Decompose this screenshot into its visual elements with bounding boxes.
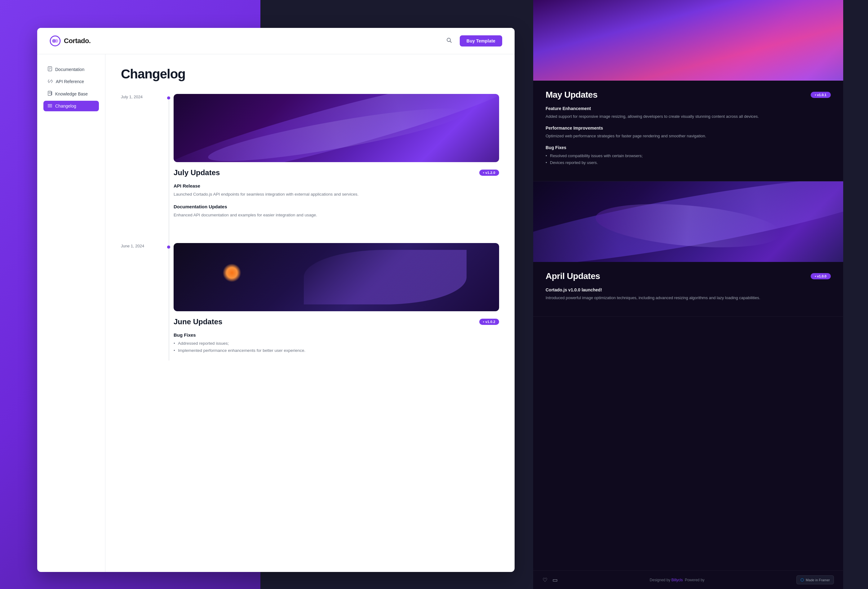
- july-image-visual: [174, 94, 499, 162]
- rp-footer-credit: Designed by Billycls Powered by: [650, 578, 705, 582]
- timeline-entry-july: July 1, 2024 July Updates • v1.2.0 API R…: [121, 94, 499, 224]
- svg-point-2: [55, 39, 58, 43]
- june-update-header: June Updates • v1.0.2: [174, 317, 499, 326]
- july-version-badge: • v1.2.0: [479, 170, 499, 176]
- header: Cortado. Buy Template: [37, 28, 515, 54]
- july-section-docs-title: Documentation Updates: [174, 204, 499, 209]
- rp-may-performance: Performance Improvements Optimized web p…: [546, 125, 831, 140]
- heart-icon[interactable]: ♡: [542, 577, 548, 583]
- list-item: Implemented performance enhancements for…: [174, 347, 499, 354]
- sidebar-item-changelog[interactable]: Changelog: [43, 101, 99, 111]
- rp-may-performance-title: Performance Improvements: [546, 125, 831, 130]
- sidebar-item-knowledge-base[interactable]: Knowledge Base: [43, 88, 99, 99]
- framer-label: Made in Framer: [806, 578, 830, 582]
- rp-image-top: [533, 0, 843, 81]
- timeline-entry-june: June 1, 2024 June Updates • v1.0.2 Bug F…: [121, 243, 499, 360]
- timeline-dot-july: [167, 96, 170, 99]
- changelog-timeline: July 1, 2024 July Updates • v1.2.0 API R…: [121, 94, 499, 360]
- timeline-date-july: July 1, 2024: [121, 93, 143, 99]
- sidebar-item-documentation[interactable]: Documentation: [43, 63, 99, 75]
- rp-may-bugs: Bug Fixes Resolved compatibility issues …: [546, 145, 831, 166]
- rp-april-version: • v1.0.0: [810, 273, 831, 279]
- june-update-title: June Updates: [174, 317, 222, 326]
- july-section-api-title: API Release: [174, 183, 499, 189]
- july-section-api: API Release Launched Cortado.js API endp…: [174, 183, 499, 198]
- main-window: Cortado. Buy Template: [37, 28, 515, 572]
- svg-line-9: [49, 80, 51, 82]
- rp-april-launch-title: Cortado.js v1.0.0 launched!: [546, 287, 831, 292]
- search-button[interactable]: [445, 36, 453, 46]
- rp-may-bugs-title: Bug Fixes: [546, 145, 831, 150]
- main-content: Changelog July 1, 2024 July Updates: [105, 54, 515, 572]
- sidebar-item-api-reference[interactable]: API Reference: [43, 76, 99, 87]
- framer-icon: ⬡: [800, 577, 804, 582]
- right-panel-inner: May Updates • v1.0.1 Feature Enhancement…: [533, 0, 843, 589]
- rp-april-launch-text: Introduced powerful image optimization t…: [546, 295, 831, 301]
- rp-may-feature-title: Feature Enhancement: [546, 106, 831, 111]
- right-panel: May Updates • v1.0.1 Feature Enhancement…: [533, 0, 843, 589]
- timeline-image-july: [174, 94, 499, 162]
- sidebar-knowledge-base-label: Knowledge Base: [55, 92, 88, 96]
- rp-may-performance-text: Optimized web performance strategies for…: [546, 133, 831, 140]
- header-right: Buy Template: [445, 35, 502, 46]
- rp-footer: ♡ ▭ Designed by Billycls Powered by ⬡ Ma…: [533, 570, 843, 589]
- sidebar-changelog-label: Changelog: [55, 103, 76, 108]
- youtube-icon[interactable]: ▭: [552, 577, 558, 583]
- rp-may-feature-text: Added support for responsive image resiz…: [546, 114, 831, 120]
- timeline-date-june: June 1, 2024: [121, 242, 144, 248]
- list-item: Resolved compatibility issues with certa…: [546, 152, 831, 159]
- body-layout: Documentation API Reference: [37, 54, 515, 572]
- july-section-docs: Documentation Updates Enhanced API docum…: [174, 204, 499, 218]
- rp-designer-name: Billycls: [672, 578, 683, 582]
- june-section-bugs-title: Bug Fixes: [174, 332, 499, 338]
- rp-april-header: April Updates • v1.0.0: [546, 271, 831, 281]
- timeline-date-col-july: July 1, 2024: [121, 94, 164, 224]
- sidebar-documentation-label: Documentation: [55, 67, 84, 72]
- list-item: Addressed reported issues;: [174, 340, 499, 347]
- svg-line-4: [450, 41, 451, 43]
- made-in-framer-badge[interactable]: ⬡ Made in Framer: [796, 575, 834, 585]
- rp-april-title: April Updates: [546, 271, 600, 281]
- rp-may-feature: Feature Enhancement Added support for re…: [546, 106, 831, 120]
- sidebar-api-reference-label: API Reference: [56, 79, 84, 84]
- june-section-bugs: Bug Fixes Addressed reported issues; Imp…: [174, 332, 499, 354]
- list-item: Devices reported by users.: [546, 159, 831, 166]
- july-update-title: July Updates: [174, 168, 220, 177]
- doc-icon: [48, 66, 52, 72]
- june-image-visual: [174, 243, 499, 311]
- june-version-badge: • v1.0.2: [479, 319, 499, 325]
- timeline-date-col-june: June 1, 2024: [121, 243, 164, 360]
- timeline-content-july: July Updates • v1.2.0 API Release Launch…: [174, 94, 499, 224]
- rp-may-header: May Updates • v1.0.1: [546, 90, 831, 100]
- july-section-docs-text: Enhanced API documentation and examples …: [174, 212, 499, 218]
- brand-name: Cortado.: [64, 37, 90, 45]
- search-icon: [446, 37, 452, 43]
- timeline-line: [169, 100, 169, 360]
- rp-may-bugs-list: Resolved compatibility issues with certa…: [546, 152, 831, 166]
- july-section-api-text: Launched Cortado.js API endpoints for se…: [174, 191, 499, 198]
- buy-template-button[interactable]: Buy Template: [460, 35, 502, 46]
- timeline-dot-june: [167, 245, 170, 249]
- rp-april-section: April Updates • v1.0.0 Cortado.js v1.0.0…: [533, 262, 843, 316]
- july-update-header: July Updates • v1.2.0: [174, 168, 499, 177]
- timeline-image-june: [174, 243, 499, 311]
- june-bugs-list: Addressed reported issues; Implemented p…: [174, 340, 499, 354]
- logo-icon: [50, 35, 61, 46]
- timeline-content-june: June Updates • v1.0.2 Bug Fixes Addresse…: [174, 243, 499, 360]
- rp-may-section: May Updates • v1.0.1 Feature Enhancement…: [533, 81, 843, 182]
- code-icon: [48, 79, 53, 84]
- sidebar: Documentation API Reference: [37, 54, 105, 572]
- rp-may-version: • v1.0.1: [810, 92, 831, 98]
- rp-may-title: May Updates: [546, 90, 597, 100]
- book-icon: [48, 91, 52, 97]
- rp-image-mid: [533, 182, 843, 262]
- page-title: Changelog: [121, 66, 499, 81]
- list-icon: [48, 103, 52, 108]
- rp-april-launch: Cortado.js v1.0.0 launched! Introduced p…: [546, 287, 831, 301]
- logo-area: Cortado.: [50, 35, 90, 46]
- rp-footer-icons: ♡ ▭: [542, 577, 558, 583]
